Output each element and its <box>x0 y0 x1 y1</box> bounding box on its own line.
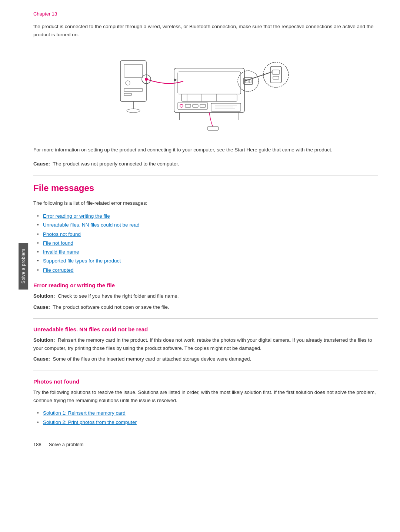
file-not-found-link[interactable]: File not found <box>43 240 73 246</box>
list-item: Unreadable files. NN files could not be … <box>37 221 378 230</box>
svg-rect-1 <box>124 64 143 77</box>
error-reading-cause: Cause: The product software could not op… <box>33 303 378 311</box>
chapter-label: Chapter 13 <box>33 11 378 17</box>
file-messages-list: Error reading or writing the file Unread… <box>37 212 378 275</box>
list-item: Photos not found <box>37 230 378 239</box>
list-item: Solution 2: Print photos from the comput… <box>37 418 378 427</box>
svg-point-5 <box>127 109 140 113</box>
svg-rect-4 <box>124 93 131 96</box>
svg-rect-32 <box>273 76 279 79</box>
solution2-link[interactable]: Solution 2: Print photos from the comput… <box>43 419 137 425</box>
svg-rect-34 <box>207 127 219 130</box>
unreadable-cause: Cause: Some of the files on the inserted… <box>33 355 378 363</box>
info-text: For more information on setting up the p… <box>33 146 378 154</box>
side-tab: Solve a problem <box>19 242 28 289</box>
photos-solutions-list: Solution 1: Reinsert the memory card Sol… <box>37 409 378 427</box>
supported-file-types-link[interactable]: Supported file types for the product <box>43 258 121 264</box>
file-messages-heading: File messages <box>33 183 378 193</box>
list-item: Solution 1: Reinsert the memory card <box>37 409 378 418</box>
unreadable-solution: Solution: Reinsert the memory card in th… <box>33 336 378 352</box>
file-messages-intro: The following is a list of file-related … <box>33 199 378 207</box>
svg-rect-17 <box>185 104 191 107</box>
invalid-file-name-link[interactable]: Invalid file name <box>43 249 79 255</box>
svg-marker-35 <box>174 78 177 81</box>
section-divider-3 <box>33 371 378 371</box>
svg-point-16 <box>180 104 183 107</box>
footer-label: Solve a problem <box>49 442 84 447</box>
photos-not-found-link[interactable]: Photos not found <box>43 231 81 237</box>
svg-rect-31 <box>272 70 280 74</box>
page-footer: 188 Solve a problem <box>33 442 378 447</box>
error-reading-solution: Solution: Check to see if you have the r… <box>33 292 378 300</box>
svg-point-2 <box>126 81 130 85</box>
printer-svg <box>117 46 294 135</box>
unreadable-link[interactable]: Unreadable files. NN files could not be … <box>43 222 139 228</box>
error-reading-link[interactable]: Error reading or writing the file <box>43 213 110 219</box>
solution1-link[interactable]: Solution 1: Reinsert the memory card <box>43 410 126 416</box>
section-divider-1 <box>33 175 378 175</box>
svg-point-33 <box>263 62 289 87</box>
list-item: Invalid file name <box>37 248 378 257</box>
svg-rect-29 <box>249 79 251 83</box>
solution-label-2: Solution: <box>33 337 55 343</box>
error-reading-heading: Error reading or writing the file <box>33 282 378 288</box>
photos-not-found-heading: Photos not found <box>33 378 378 385</box>
svg-rect-19 <box>200 104 206 107</box>
solution-label: Solution: <box>33 293 55 299</box>
section-divider-2 <box>33 318 378 319</box>
svg-rect-20 <box>211 103 241 111</box>
svg-point-8 <box>145 78 148 81</box>
cause-line: Cause: The product was not properly conn… <box>33 160 378 168</box>
side-tab-label: Solve a problem <box>21 248 26 283</box>
unreadable-heading: Unreadable files. NN files could not be … <box>33 326 378 332</box>
photos-not-found-intro: Try the following solutions to resolve t… <box>33 388 378 404</box>
list-item: Error reading or writing the file <box>37 212 378 221</box>
svg-rect-11 <box>181 94 237 101</box>
page-number: 188 <box>33 442 41 447</box>
cause-label-2: Cause: <box>33 304 50 310</box>
list-item: Supported file types for the product <box>37 257 378 265</box>
list-item: File corrupted <box>37 266 378 275</box>
svg-rect-10 <box>178 72 241 94</box>
printer-illustration <box>33 46 378 135</box>
svg-rect-9 <box>174 68 244 113</box>
intro-paragraph: the product is connected to the computer… <box>33 23 378 39</box>
list-item: File not found <box>37 239 378 248</box>
svg-rect-3 <box>124 88 143 91</box>
cause-label: Cause: <box>33 161 50 167</box>
file-corrupted-link[interactable]: File corrupted <box>43 267 74 273</box>
svg-rect-18 <box>193 104 198 107</box>
cause-label-3: Cause: <box>33 356 50 362</box>
